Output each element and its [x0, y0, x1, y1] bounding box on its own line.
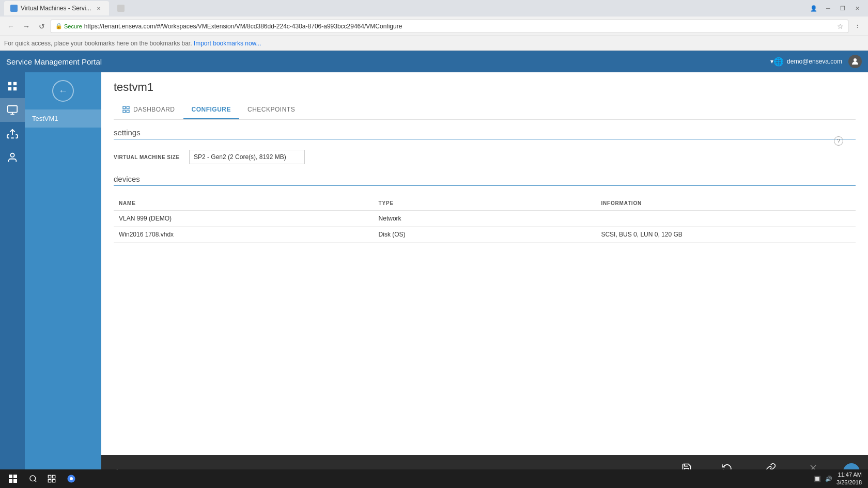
- secure-label: Secure: [64, 23, 82, 29]
- back-button[interactable]: ←: [52, 80, 74, 102]
- start-button[interactable]: [2, 469, 24, 488]
- back-nav-button[interactable]: ←: [4, 20, 18, 33]
- devices-divider: [114, 185, 856, 186]
- svg-rect-17: [13, 475, 17, 478]
- browser-toolbar-right: ⋮: [850, 20, 864, 33]
- sidebar-item-user[interactable]: [0, 146, 25, 169]
- svg-rect-13: [127, 110, 129, 113]
- device-name-0: VLAN 999 (DEMO): [114, 211, 374, 227]
- svg-rect-24: [48, 479, 51, 482]
- sidebar-item-testvm1[interactable]: TestVM1: [25, 109, 101, 128]
- globe-icon: 🌐: [773, 57, 784, 67]
- svg-point-27: [70, 477, 73, 480]
- taskbar-search-button[interactable]: [24, 469, 42, 488]
- col-header-type: TYPE: [374, 196, 596, 211]
- address-bar[interactable]: 🔒 Secure https://tenant.enseva.com/#/Wor…: [51, 20, 848, 33]
- devices-table-head: NAME TYPE INFORMATION: [114, 196, 856, 211]
- svg-rect-10: [123, 106, 126, 109]
- app-title: Service Management Portal: [6, 57, 770, 66]
- window-controls: 👤 ─ ❐ ✕: [807, 4, 864, 13]
- taskbar-task-view[interactable]: [42, 469, 61, 488]
- svg-rect-5: [8, 106, 17, 113]
- forward-nav-button[interactable]: →: [20, 20, 33, 33]
- content-header: testvm1 DASHBOARD CONFIGURE CHECKPOINTS: [101, 72, 868, 120]
- tabs: DASHBOARD CONFIGURE CHECKPOINTS: [114, 100, 856, 120]
- bookmarks-text: For quick access, place your bookmarks h…: [4, 40, 192, 47]
- svg-rect-22: [48, 475, 51, 478]
- devices-table-body: VLAN 999 (DEMO) Network Win2016 1708.vhd…: [114, 211, 856, 243]
- star-icon[interactable]: ☆: [837, 22, 844, 30]
- device-type-1: Disk (OS): [374, 227, 596, 243]
- svg-rect-25: [52, 479, 55, 482]
- network-icon: 🔲: [814, 476, 821, 482]
- tab-close-button[interactable]: ✕: [95, 4, 103, 12]
- app-container: Service Management Portal ▾ 🌐 demo@ensev…: [0, 51, 868, 488]
- vm-size-select[interactable]: SP1 - Gen2 (1 Core(s), 4096 MB) SP2 - Ge…: [189, 150, 305, 164]
- tab-checkpoints-label: CHECKPOINTS: [247, 106, 295, 113]
- taskbar-chrome[interactable]: [62, 469, 81, 488]
- table-row[interactable]: VLAN 999 (DEMO) Network: [114, 211, 856, 227]
- content-body: settings ? VIRTUAL MACHINE SIZE SP1 - Ge…: [101, 120, 868, 455]
- content-area: testvm1 DASHBOARD CONFIGURE CHECKPOINTS: [101, 72, 868, 488]
- reload-button[interactable]: ↺: [35, 20, 49, 33]
- vm-size-select-wrapper: SP1 - Gen2 (1 Core(s), 4096 MB) SP2 - Ge…: [189, 150, 305, 164]
- sidebar-item-monitor[interactable]: [0, 98, 25, 122]
- inactive-tab-favicon: [117, 5, 125, 12]
- vm-size-row: VIRTUAL MACHINE SIZE SP1 - Gen2 (1 Core(…: [114, 150, 856, 164]
- devices-table-header-row: NAME TYPE INFORMATION: [114, 196, 856, 211]
- sidebar-item-network[interactable]: [0, 122, 25, 146]
- taskbar-date-display: 3/26/2018: [836, 479, 862, 486]
- secure-badge: 🔒 Secure: [55, 23, 82, 29]
- bookmarks-bar: For quick access, place your bookmarks h…: [0, 36, 868, 51]
- devices-section: devices NAME TYPE INFORMATION: [114, 175, 856, 243]
- minimize-button[interactable]: ─: [822, 4, 835, 13]
- svg-rect-16: [9, 475, 12, 478]
- col-header-information: INFORMATION: [596, 196, 856, 211]
- svg-rect-4: [13, 87, 17, 90]
- device-info-1: SCSI, BUS 0, LUN 0, 120 GB: [596, 227, 856, 243]
- settings-divider: [114, 139, 856, 139]
- col-header-name: NAME: [114, 196, 374, 211]
- active-tab[interactable]: Virtual Machines - Servi... ✕: [4, 1, 109, 15]
- taskbar-system-icons: 🔲 🔊: [814, 476, 832, 482]
- volume-icon: 🔊: [825, 476, 832, 482]
- device-name-1: Win2016 1708.vhdx: [114, 227, 374, 243]
- user-info: 🌐 demo@enseva.com: [773, 57, 842, 67]
- taskbar: 🔲 🔊 11:47 AM 3/26/2018: [0, 469, 868, 488]
- tab-dashboard-label: DASHBOARD: [133, 106, 175, 113]
- user-avatar[interactable]: [848, 55, 862, 68]
- profile-icon[interactable]: 👤: [807, 4, 820, 13]
- devices-title: devices: [114, 175, 856, 183]
- close-button[interactable]: ✕: [850, 4, 864, 13]
- inactive-tab[interactable]: [111, 2, 131, 15]
- tab-checkpoints[interactable]: CHECKPOINTS: [239, 101, 303, 119]
- extensions-button[interactable]: ⋮: [850, 20, 864, 33]
- tab-configure-label: CONFIGURE: [192, 106, 231, 113]
- import-bookmarks-link[interactable]: Import bookmarks now...: [194, 40, 261, 47]
- settings-title: settings: [114, 128, 856, 137]
- nav-sidebar: ← TestVM1: [25, 72, 101, 488]
- device-info-0: [596, 211, 856, 227]
- back-arrow-icon: ←: [58, 86, 68, 97]
- svg-rect-2: [13, 82, 17, 85]
- devices-table: NAME TYPE INFORMATION VLAN 999 (DEMO) Ne…: [114, 196, 856, 243]
- sidebar-item-grid[interactable]: [0, 74, 25, 98]
- browser-toolbar: ← → ↺ 🔒 Secure https://tenant.enseva.com…: [0, 17, 868, 36]
- table-row[interactable]: Win2016 1708.vhdx Disk (OS) SCSI, BUS 0,…: [114, 227, 856, 243]
- top-nav-right: 🌐 demo@enseva.com: [773, 55, 862, 68]
- svg-rect-11: [127, 106, 129, 109]
- browser-titlebar: Virtual Machines - Servi... ✕ 👤 ─ ❐ ✕: [0, 0, 868, 17]
- tab-title: Virtual Machines - Servi...: [21, 5, 91, 12]
- user-email: demo@enseva.com: [787, 58, 842, 65]
- tab-configure[interactable]: CONFIGURE: [183, 101, 240, 119]
- restore-button[interactable]: ❐: [836, 4, 849, 13]
- taskbar-apps: [42, 469, 81, 488]
- vm-title: testvm1: [114, 81, 856, 94]
- nav-sidebar-header: ←: [25, 72, 101, 109]
- lock-icon: 🔒: [55, 23, 63, 29]
- help-icon[interactable]: ?: [834, 136, 843, 146]
- address-url: https://tenant.enseva.com/#/Workspaces/V…: [84, 23, 835, 30]
- sidebar-vm-name: TestVM1: [32, 115, 58, 122]
- tab-dashboard[interactable]: DASHBOARD: [114, 100, 183, 120]
- svg-rect-3: [8, 87, 11, 90]
